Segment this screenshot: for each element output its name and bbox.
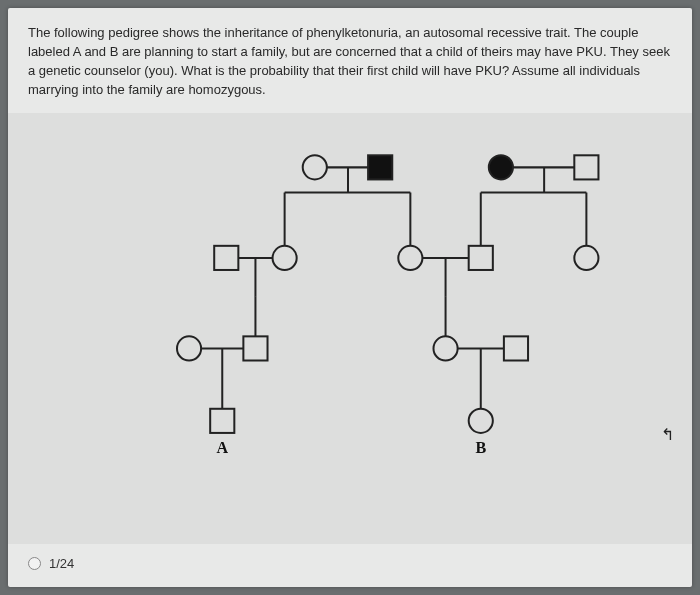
svg-point-18 [398,246,422,270]
svg-rect-14 [214,246,238,270]
svg-rect-1 [368,156,392,180]
answer-option-row[interactable]: 1/24 [28,544,672,571]
radio-icon[interactable] [28,557,41,570]
svg-point-15 [273,246,297,270]
svg-rect-26 [243,337,267,361]
svg-rect-19 [469,246,493,270]
svg-point-0 [303,156,327,180]
svg-point-22 [574,246,598,270]
svg-point-34 [469,409,493,433]
answer-option-label: 1/24 [49,556,74,571]
svg-rect-30 [504,337,528,361]
svg-point-25 [177,337,201,361]
svg-rect-33 [210,409,234,433]
svg-rect-5 [574,156,598,180]
svg-point-4 [489,156,513,180]
question-page: The following pedigree shows the inherit… [8,8,692,587]
svg-point-29 [433,337,457,361]
pedigree-diagram: A B ↰ [8,113,692,544]
question-text: The following pedigree shows the inherit… [28,24,672,99]
cursor-icon: ↰ [661,425,674,444]
label-b: B [475,439,486,456]
label-a: A [216,439,228,456]
